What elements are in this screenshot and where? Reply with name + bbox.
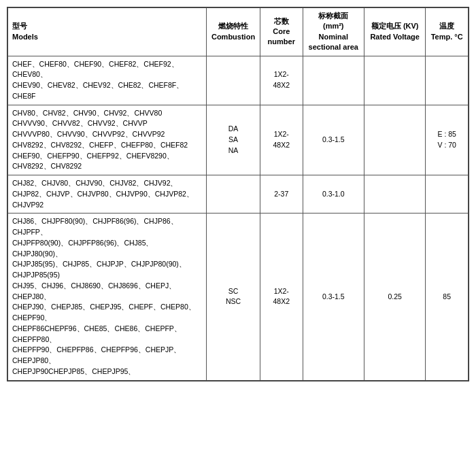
cell-combustion-1: DA SA NA: [207, 105, 260, 175]
cell-voltage-3: 0.25: [364, 214, 425, 380]
cell-core-2: 2-37: [260, 175, 303, 214]
header-nominal: 标称截面 (mm²) Nominal sectional area: [303, 8, 364, 56]
cell-temp-1: E : 85 V : 70: [426, 105, 469, 175]
cell-combustion-3: SC NSC: [207, 214, 260, 380]
table-row: CHJ86、CHJPF80(90)、CHJPF86(96)、CHJP86、CHJ…: [8, 214, 469, 380]
cell-models-3: CHJ86、CHJPF80(90)、CHJPF86(96)、CHJP86、CHJ…: [8, 214, 207, 380]
cell-nominal-0: [303, 56, 364, 105]
cell-core-1: 1X2- 48X2: [260, 105, 303, 175]
cell-core-0: 1X2- 48X2: [260, 56, 303, 105]
cell-voltage-2: [364, 175, 425, 214]
header-voltage: 额定电压 (KV) Rated Voltage: [364, 8, 425, 56]
header-temp: 温度 Temp. °C: [426, 8, 469, 56]
table-row: CHV80、CHV82、CHV90、CHV92、CHVV80 CHVVV90、C…: [8, 105, 469, 175]
cell-nominal-3: 0.3-1.5: [303, 214, 364, 380]
cell-core-3: 1X2- 48X2: [260, 214, 303, 380]
cell-models-2: CHJ82、CHJV80、CHJV90、CHJV82、CHJV92、 CHJP8…: [8, 175, 207, 214]
cell-temp-0: [426, 56, 469, 105]
cell-temp-2: [426, 175, 469, 214]
table-row: CHJ82、CHJV80、CHJV90、CHJV82、CHJV92、 CHJP8…: [8, 175, 469, 214]
cell-temp-3: 85: [426, 214, 469, 380]
product-table: 型号 Models 燃烧特性 Combustion 芯数 Core number…: [7, 7, 469, 381]
main-table-container: 型号 Models 燃烧特性 Combustion 芯数 Core number…: [7, 7, 469, 381]
cell-combustion-0: [207, 56, 260, 105]
table-row: CHEF、CHEF80、CHEF90、CHEF82、CHEF92、CHEV80、…: [8, 56, 469, 105]
header-models: 型号 Models: [8, 8, 207, 56]
cell-voltage-0: [364, 56, 425, 105]
cell-combustion-2: [207, 175, 260, 214]
cell-nominal-1: 0.3-1.5: [303, 105, 364, 175]
header-combustion: 燃烧特性 Combustion: [207, 8, 260, 56]
cell-models-0: CHEF、CHEF80、CHEF90、CHEF82、CHEF92、CHEV80、…: [8, 56, 207, 105]
header-core: 芯数 Core number: [260, 8, 303, 56]
cell-nominal-2: 0.3-1.0: [303, 175, 364, 214]
cell-models-1: CHV80、CHV82、CHV90、CHV92、CHVV80 CHVVV90、C…: [8, 105, 207, 175]
cell-voltage-1: [364, 105, 425, 175]
